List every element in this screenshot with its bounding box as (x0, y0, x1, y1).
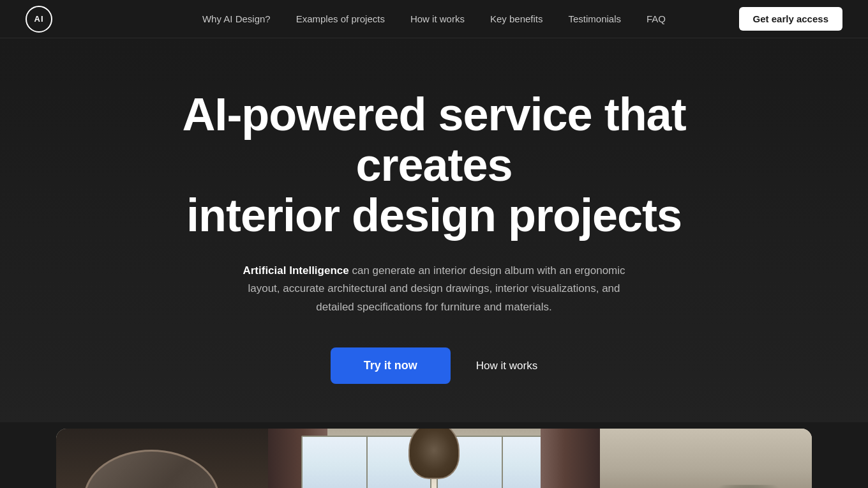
navbar: AI Why AI Design? Examples of projects H… (0, 0, 868, 38)
logo[interactable]: AI (26, 6, 52, 33)
nav-item-examples[interactable]: Examples of projects (296, 13, 385, 25)
plant-area (696, 485, 802, 488)
nav-item-testimonials[interactable]: Testimonials (568, 13, 621, 25)
nav-item-how-it-works[interactable]: How it works (410, 13, 465, 25)
nav-item-key-benefits[interactable]: Key benefits (490, 13, 543, 25)
nav-link-how-it-works[interactable]: How it works (410, 13, 465, 24)
hero-image (56, 429, 812, 488)
nav-item-why-ai-design[interactable]: Why AI Design? (202, 13, 271, 25)
hero-section: AI-powered service that creates interior… (0, 38, 868, 422)
nav-link-why-ai-design[interactable]: Why AI Design? (202, 13, 271, 24)
nav-link-testimonials[interactable]: Testimonials (568, 13, 621, 24)
nav-link-key-benefits[interactable]: Key benefits (490, 13, 543, 24)
hero-buttons: Try it now How it works (331, 347, 537, 384)
room-center (268, 429, 601, 488)
pendant-lamp (408, 429, 460, 479)
hero-subtitle: Artificial Intelligence can generate an … (236, 262, 632, 317)
mirror (84, 450, 220, 488)
curtain-right (541, 429, 601, 488)
hero-title: AI-powered service that creates interior… (147, 89, 721, 241)
get-early-access-button[interactable]: Get early access (739, 7, 842, 31)
try-it-now-button[interactable]: Try it now (331, 347, 451, 384)
room-scene (56, 429, 812, 488)
logo-icon: AI (26, 6, 52, 33)
nav-item-faq[interactable]: FAQ (647, 13, 666, 25)
nav-link-examples[interactable]: Examples of projects (296, 13, 385, 24)
how-it-works-button[interactable]: How it works (476, 348, 537, 384)
room-left (56, 429, 283, 488)
room-right (600, 429, 812, 488)
nav-link-faq[interactable]: FAQ (647, 13, 666, 24)
nav-links: Why AI Design? Examples of projects How … (202, 13, 666, 25)
hero-image-section (0, 429, 868, 488)
